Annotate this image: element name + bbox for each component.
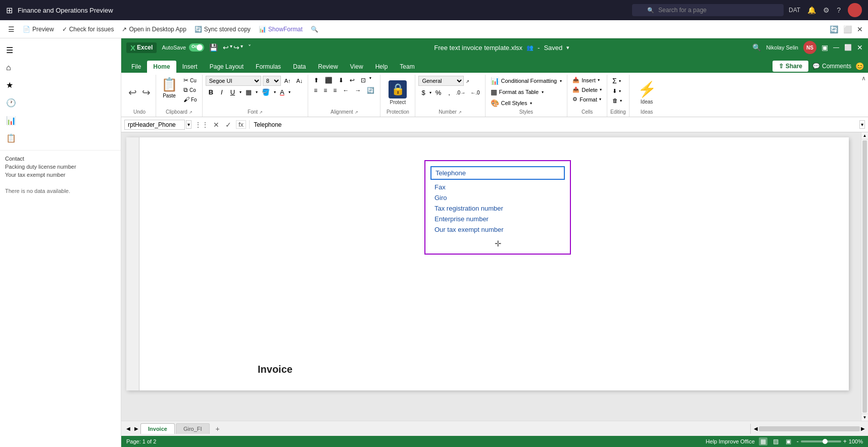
delete-dropdown[interactable]: ▾ — [600, 87, 602, 92]
spreadsheet-content[interactable]: Telephone Fax Giro Tax registration numb… — [121, 132, 861, 421]
format-cells-btn[interactable]: ⚙ Format ▾ — [570, 95, 604, 104]
font-color-btn[interactable]: A — [277, 87, 287, 97]
sidebar-star[interactable]: ★ — [2, 77, 119, 93]
giro-cell[interactable]: Giro — [430, 192, 565, 203]
name-box[interactable] — [124, 120, 185, 130]
number-format-select[interactable]: General — [418, 76, 464, 86]
sync-btn[interactable]: 🔄 Sync stored copy — [191, 24, 254, 35]
ribbon-collapse-btn[interactable]: ∧ — [861, 75, 866, 82]
minimize-btn[interactable]: — — [833, 44, 839, 51]
align-right-btn[interactable]: ≡ — [330, 86, 339, 95]
tab-formulas[interactable]: Formulas — [250, 61, 287, 73]
format-painter-btn[interactable]: 🖌 Fo — [181, 95, 199, 104]
telephone-cell[interactable]: Telephone — [430, 166, 565, 180]
zoom-slider[interactable] — [801, 440, 841, 442]
app-grid-icon[interactable]: ⊞ — [6, 6, 13, 15]
conditional-formatting-btn[interactable]: 📊 Conditional Formatting ▾ — [489, 76, 564, 86]
inc-dec-btn[interactable]: .0→ — [454, 88, 467, 97]
indent-inc-btn[interactable]: → — [352, 86, 363, 95]
fill-btn[interactable]: ⬇ ▾ — [610, 87, 626, 95]
customize-qat[interactable]: ˅ — [248, 44, 251, 51]
emoji-btn[interactable]: 😊 — [855, 62, 864, 70]
underline-dropdown[interactable]: ▾ — [239, 90, 242, 94]
search-bar[interactable]: 🔍 Search for a page — [632, 4, 784, 16]
align-left-btn[interactable]: ≡ — [311, 86, 320, 95]
zoom-out-btn[interactable]: - — [797, 438, 799, 445]
comments-btn[interactable]: 💬 Comments — [812, 63, 851, 70]
tab-team[interactable]: Team — [394, 61, 420, 73]
ns-avatar[interactable]: NS — [803, 41, 816, 54]
tab-insert[interactable]: Insert — [176, 61, 204, 73]
align-middle-btn[interactable]: ⬛ — [322, 76, 335, 85]
save-icon[interactable]: 💾 — [209, 43, 218, 52]
sheet-tab-invoice[interactable]: Invoice — [140, 423, 175, 434]
sidebar-home[interactable]: ⌂ — [2, 60, 119, 75]
decrease-font-btn[interactable]: A↓ — [295, 76, 305, 86]
avatar[interactable] — [848, 3, 862, 17]
fill-color-btn[interactable]: 🪣 — [259, 87, 272, 97]
undo-ribbon-btn[interactable]: ↩ — [126, 84, 139, 101]
cell-styles-arrow[interactable]: ▾ — [530, 101, 532, 106]
insert-dropdown[interactable]: ▾ — [598, 78, 600, 82]
paste-btn[interactable]: 📋 Paste — [159, 76, 179, 100]
align-bottom-btn[interactable]: ⬇ — [336, 76, 346, 85]
search-btn[interactable]: 🔍 — [311, 26, 318, 33]
scroll-up-btn[interactable]: ▲ — [861, 132, 868, 139]
scroll-right-sheet[interactable]: ▶ — [132, 426, 140, 431]
sidebar-list[interactable]: 📋 — [2, 130, 119, 146]
autosum-dropdown[interactable]: ▾ — [619, 79, 621, 83]
sidebar-clock[interactable]: 🕐 — [2, 95, 119, 111]
h-scroll-left[interactable]: ◀ — [754, 426, 758, 431]
cut-btn[interactable]: ✂ Cu — [181, 76, 199, 85]
percent-btn[interactable]: % — [432, 87, 445, 98]
add-sheet-btn[interactable]: + — [211, 423, 225, 435]
autosum-btn[interactable]: Σ ▾ — [610, 76, 626, 86]
increase-font-btn[interactable]: A↑ — [282, 76, 293, 86]
formula-dropdown[interactable]: ▾ — [859, 120, 865, 129]
ribbon-display-btn[interactable]: ▣ — [822, 43, 828, 52]
merge-dropdown[interactable]: ▾ — [369, 76, 371, 85]
tax-exempt-cell[interactable]: Our tax exempt number — [430, 224, 565, 235]
autosave-toggle[interactable]: On — [189, 43, 204, 52]
tab-view[interactable]: View — [344, 61, 369, 73]
page-break-btn[interactable]: ▣ — [784, 437, 793, 445]
enterprise-cell[interactable]: Enterprise number — [430, 214, 565, 224]
format-as-table-btn[interactable]: ▦ Format as Table ▾ — [489, 87, 564, 97]
preview-btn[interactable]: 📄 Preview — [20, 24, 57, 35]
protect-btn[interactable]: 🔒 Protect — [385, 78, 410, 107]
page-layout-btn[interactable]: ▨ — [771, 437, 780, 445]
currency-btn[interactable]: $ — [418, 87, 428, 98]
cell-styles-btn[interactable]: 🎨 Cell Styles ▾ — [489, 98, 564, 108]
close-excel-btn[interactable]: ✕ — [857, 43, 863, 52]
currency-dropdown[interactable]: ▾ — [429, 90, 431, 95]
align-top-btn[interactable]: ⬆ — [311, 76, 321, 85]
redo-ribbon-btn[interactable]: ↪ — [140, 84, 153, 101]
redo-btn[interactable]: ↪ — [233, 43, 239, 52]
check-issues-btn[interactable]: ✓ Check for issues — [59, 24, 117, 35]
border-dropdown[interactable]: ▾ — [256, 90, 258, 94]
normal-view-btn[interactable]: ▦ — [759, 437, 767, 445]
tab-help[interactable]: Help — [369, 61, 394, 73]
expand-icon[interactable]: ⬜ — [843, 25, 852, 33]
sidebar-hamburger[interactable]: ☰ — [2, 42, 119, 58]
scroll-left-sheet[interactable]: ◀ — [124, 426, 132, 431]
dec-dec-btn[interactable]: ←.0 — [468, 88, 481, 97]
sheet-tab-giro[interactable]: Giro_FI — [176, 423, 210, 434]
formula-dots[interactable]: ⋮⋮ — [195, 121, 209, 129]
open-desktop-btn[interactable]: ↗ Open in Desktop App — [119, 24, 189, 35]
cond-format-arrow[interactable]: ▾ — [560, 79, 562, 83]
excel-search[interactable]: 🔍 — [752, 43, 761, 52]
align-center-btn[interactable]: ≡ — [321, 86, 329, 95]
share-btn[interactable]: ⇧ Share — [773, 61, 808, 72]
fill-dropdown[interactable]: ▾ — [274, 90, 276, 94]
indent-dec-btn[interactable]: ← — [340, 86, 351, 95]
vertical-scrollbar[interactable]: ▲ ▼ — [861, 132, 868, 421]
restore-btn[interactable]: ⬜ — [844, 44, 852, 51]
saved-dropdown[interactable]: ▾ — [566, 44, 569, 51]
sidebar-toggle[interactable]: ☰ — [5, 25, 18, 33]
number-expand-icon[interactable]: ↗ — [466, 79, 469, 84]
italic-btn[interactable]: I — [218, 87, 226, 97]
close-bar-icon[interactable]: ✕ — [857, 25, 863, 33]
tab-data[interactable]: Data — [287, 61, 312, 73]
h-scroll-right[interactable]: ▶ — [861, 426, 865, 431]
